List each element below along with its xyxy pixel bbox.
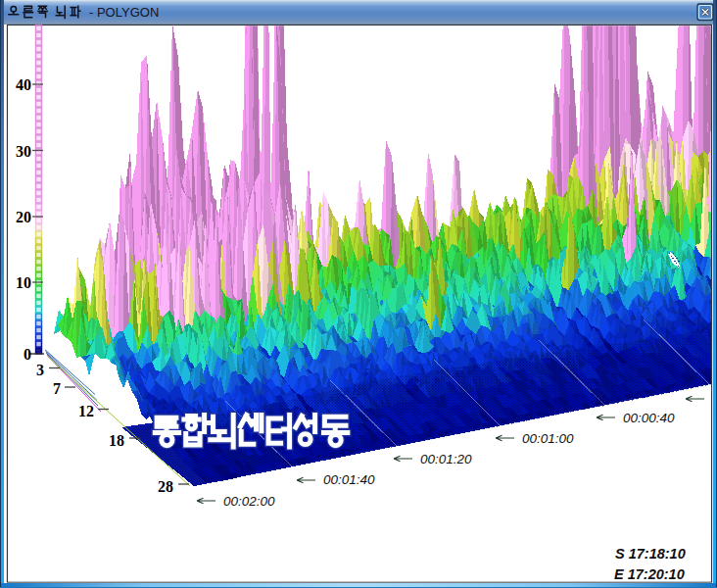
svg-text:00:00:40: 00:00:40 (623, 411, 675, 425)
svg-text:00:01:40: 00:01:40 (323, 472, 375, 487)
svg-text:E 17:20:10: E 17:20:10 (614, 566, 685, 582)
svg-text:40: 40 (16, 76, 31, 93)
svg-text:7: 7 (53, 380, 61, 397)
svg-text:- POLYGON: - POLYGON (89, 5, 159, 20)
svg-text:0: 0 (24, 346, 31, 363)
svg-text:00:02:00: 00:02:00 (223, 494, 275, 509)
svg-text:00:01:20: 00:01:20 (420, 452, 472, 466)
svg-text:00:01:00: 00:01:00 (522, 431, 574, 446)
svg-text:10: 10 (16, 274, 31, 291)
svg-text:20: 20 (16, 209, 31, 225)
svg-text:30: 30 (16, 143, 31, 160)
svg-text:3: 3 (36, 362, 44, 378)
svg-text:12: 12 (78, 403, 94, 419)
svg-text:28: 28 (158, 478, 173, 495)
svg-text:18: 18 (109, 432, 124, 449)
svg-text:S 17:18:10: S 17:18:10 (615, 546, 686, 562)
